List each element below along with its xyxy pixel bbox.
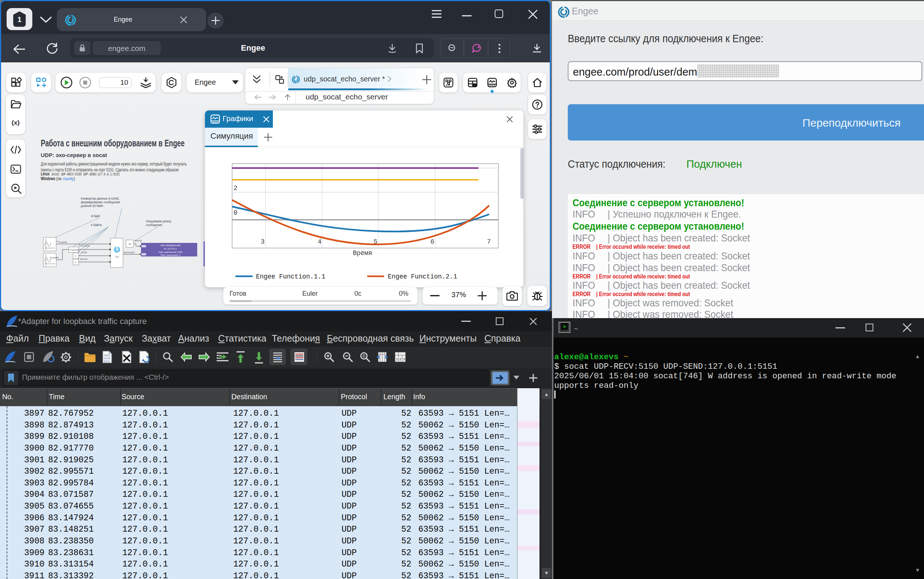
- svg-text:Время: Время: [353, 250, 373, 257]
- svg-text:UInt32: UInt32: [80, 258, 87, 260]
- svg-text:0: 0: [233, 209, 238, 216]
- svg-text:Engee Function.1.1: Engee Function.1.1: [256, 273, 325, 280]
- svg-text:Порт удалённый: 5150: Порт удалённый: 5150: [159, 250, 182, 253]
- svg-text:UInt32: UInt32: [135, 240, 142, 242]
- svg-text:1: 1: [17, 15, 21, 23]
- svg-text:0110: 0110: [104, 357, 110, 360]
- svg-text:fcn: fcn: [115, 256, 119, 258]
- svg-text:3: 3: [403, 357, 405, 361]
- svg-text:0101: 0101: [104, 354, 110, 357]
- svg-text:Float32: Float32: [81, 245, 90, 247]
- svg-text:4: 4: [318, 238, 322, 245]
- svg-text:IP: 127.0.0.1: IP: 127.0.0.1: [164, 247, 177, 250]
- svg-text:Порт локальный: 0: Порт локальный: 0: [161, 254, 181, 256]
- svg-text:2: 2: [233, 185, 238, 192]
- svg-text:Int32: Int32: [81, 251, 87, 254]
- svg-text:20: 20: [128, 243, 131, 245]
- svg-text:Указываем длину: Указываем длину: [146, 219, 172, 223]
- svg-text:формирование сообщения: формирование сообщения: [81, 200, 120, 204]
- svg-text:8 байт: 8 байт: [91, 214, 100, 218]
- svg-text:4 байта: 4 байта: [91, 223, 102, 227]
- svg-text:Float64: Float64: [50, 257, 59, 259]
- svg-text:UDP ПЕРЕДАТЧИК: UDP ПЕРЕДАТЧИК: [160, 244, 181, 247]
- svg-text:Float32: Float32: [70, 249, 79, 251]
- svg-text:Engee Function.2.1: Engee Function.2.1: [388, 273, 457, 280]
- svg-text:2: 2: [400, 357, 401, 361]
- svg-text:длиной 20 байт:: длиной 20 байт:: [81, 204, 104, 208]
- svg-text:6: 6: [430, 238, 435, 245]
- svg-text:0111: 0111: [104, 360, 110, 363]
- svg-text:1: 1: [396, 357, 398, 361]
- svg-text:UInt8(20): UInt8(20): [124, 251, 135, 254]
- svg-text:5: 5: [374, 238, 377, 245]
- svg-text:7: 7: [487, 238, 491, 245]
- svg-text:3: 3: [261, 238, 265, 245]
- svg-text:Float64: Float64: [58, 241, 67, 244]
- svg-text:3: 3: [75, 255, 76, 258]
- svg-text:Конвертор данных в UInt8,: Конвертор данных в UInt8,: [81, 197, 119, 200]
- svg-text:сообщения: сообщения: [146, 223, 162, 227]
